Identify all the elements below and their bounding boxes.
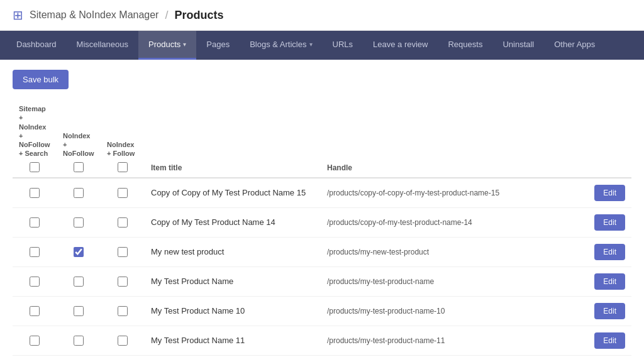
col-header-action — [581, 99, 631, 178]
nav-miscellaneous[interactable]: Miscellaneous — [67, 31, 138, 60]
row-cb-col1-1[interactable] — [30, 217, 40, 228]
row-cb-col2-0[interactable] — [74, 188, 84, 198]
app-icon: ⊞ — [13, 8, 23, 23]
item-title: My Test Product Name 12 — [145, 355, 321, 362]
nav-blogs-articles[interactable]: Blogs & Articles ▾ — [240, 31, 322, 60]
item-handle: /products/my-test-product-name — [321, 266, 581, 296]
table-row: My Test Product Name 10/products/my-test… — [13, 296, 631, 326]
row-cb-col3-2[interactable] — [118, 247, 128, 257]
products-chevron-icon: ▾ — [183, 41, 186, 48]
edit-button-2[interactable]: Edit — [594, 244, 625, 260]
row-cb-col2-5[interactable] — [74, 336, 84, 346]
select-all-col1[interactable] — [30, 162, 40, 172]
row-cb-col1-0[interactable] — [30, 188, 40, 198]
nav-requests[interactable]: Requests — [438, 31, 492, 60]
save-bulk-button[interactable]: Save bulk — [13, 70, 69, 89]
item-title: Copy of My Test Product Name 14 — [145, 207, 321, 237]
nav-pages[interactable]: Pages — [196, 31, 240, 60]
row-cb-col2-3[interactable] — [74, 277, 84, 287]
row-cb-col1-3[interactable] — [30, 277, 40, 287]
item-title: Copy of Copy of My Test Product Name 15 — [145, 178, 321, 208]
row-cb-col3-1[interactable] — [118, 217, 128, 228]
table-row: My new test product/products/my-new-test… — [13, 237, 631, 266]
row-cb-col3-3[interactable] — [118, 277, 128, 287]
nav-uninstall[interactable]: Uninstall — [492, 31, 544, 60]
select-all-col2[interactable] — [74, 162, 84, 172]
item-handle: /products/copy-of-my-test-product-name-1… — [321, 207, 581, 237]
row-cb-col3-4[interactable] — [118, 306, 128, 316]
table-row: Copy of My Test Product Name 14/products… — [13, 207, 631, 237]
row-cb-col3-5[interactable] — [118, 336, 128, 346]
table-row: My Test Product Name 11/products/my-test… — [13, 326, 631, 355]
item-title: My new test product — [145, 237, 321, 266]
item-title: My Test Product Name 10 — [145, 296, 321, 326]
nav-dashboard[interactable]: Dashboard — [6, 31, 67, 60]
table-row: My Test Product Name 12/products/my-test… — [13, 355, 631, 362]
row-cb-col2-1[interactable] — [74, 217, 84, 228]
col-header-sitemap: Sitemap + NoIndex + NoFollow + Search — [13, 99, 57, 178]
nav-other-apps[interactable]: Other Apps — [544, 31, 605, 60]
row-cb-col3-0[interactable] — [118, 188, 128, 198]
main-content: Save bulk Sitemap + NoIndex + NoFollow +… — [0, 60, 644, 362]
nav-products[interactable]: Products ▾ — [138, 31, 196, 60]
row-cb-col1-5[interactable] — [30, 336, 40, 346]
col-header-noindex-nofollow: NoIndex + NoFollow — [57, 99, 101, 178]
item-title: My Test Product Name — [145, 266, 321, 296]
col-header-title: Item title — [145, 99, 321, 178]
row-cb-col2-2[interactable] — [74, 247, 84, 257]
app-header: ⊞ Sitemap & NoIndex Manager / Products — [0, 0, 644, 31]
item-handle: /products/my-test-product-name-11 — [321, 326, 581, 355]
item-handle: /products/copy-of-copy-of-my-test-produc… — [321, 178, 581, 208]
item-handle: /products/my-test-product-name-12 — [321, 355, 581, 362]
col-header-handle: Handle — [321, 99, 581, 178]
col-header-noindex-follow: NoIndex + Follow — [101, 99, 145, 178]
nav-bar: Dashboard Miscellaneous Products ▾ Pages… — [0, 31, 644, 60]
row-cb-col1-2[interactable] — [30, 247, 40, 257]
edit-button-1[interactable]: Edit — [594, 214, 625, 231]
edit-button-5[interactable]: Edit — [594, 332, 625, 349]
item-handle: /products/my-new-test-product — [321, 237, 581, 266]
nav-urls[interactable]: URLs — [323, 31, 364, 60]
edit-button-0[interactable]: Edit — [594, 185, 625, 201]
row-cb-col1-4[interactable] — [30, 306, 40, 316]
item-handle: /products/my-test-product-name-10 — [321, 296, 581, 326]
table-row: Copy of Copy of My Test Product Name 15/… — [13, 178, 631, 208]
item-title: My Test Product Name 11 — [145, 326, 321, 355]
nav-leave-review[interactable]: Leave a review — [363, 31, 438, 60]
blogs-chevron-icon: ▾ — [309, 41, 313, 48]
header-separator: / — [165, 9, 168, 22]
edit-button-3[interactable]: Edit — [594, 273, 625, 290]
app-name: Sitemap & NoIndex Manager — [30, 9, 158, 21]
table-row: My Test Product Name/products/my-test-pr… — [13, 266, 631, 296]
select-all-col3[interactable] — [118, 162, 128, 172]
edit-button-4[interactable]: Edit — [594, 303, 625, 319]
row-cb-col2-4[interactable] — [74, 306, 84, 316]
products-table: Sitemap + NoIndex + NoFollow + Search No… — [13, 99, 631, 362]
page-title: Products — [174, 9, 223, 22]
